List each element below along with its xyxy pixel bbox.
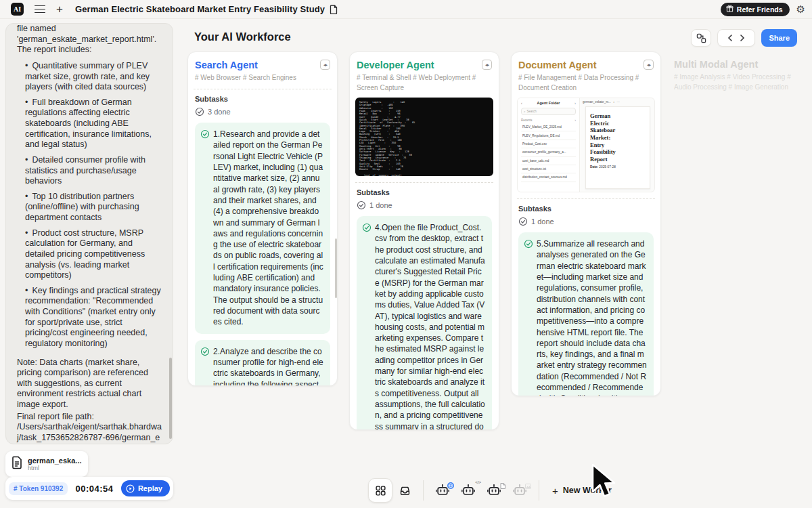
new-worker-button[interactable]: + New Worker bbox=[552, 485, 612, 496]
search-agent-dock-button[interactable] bbox=[431, 479, 454, 502]
document-viewer-panel[interactable]: german_eskate_m... ↓ ⋯ German Electric S… bbox=[580, 98, 654, 192]
card-scrollbar[interactable] bbox=[335, 238, 337, 298]
agent-card-search[interactable]: Search Agent ◂▸ # Web Browser # Search E… bbox=[187, 51, 338, 386]
file-list-item[interactable]: cost_structure.txt bbox=[521, 165, 576, 173]
grid-view-button[interactable] bbox=[368, 478, 392, 503]
file-list-item[interactable]: PLEV_Market_DE_2025.md bbox=[521, 123, 576, 131]
workflow-view-button[interactable] bbox=[691, 29, 711, 47]
chevron-right-icon: › bbox=[574, 101, 576, 105]
check-circle-icon bbox=[200, 347, 210, 356]
download-icon[interactable]: ↓ bbox=[613, 100, 614, 104]
subtask-item[interactable]: 2.Analyze and describe the consumer prof… bbox=[195, 340, 330, 386]
report-bullet: •Detailed consumer profile with statisti… bbox=[17, 155, 163, 187]
file-list-item[interactable]: consumer_profile_germany_a... bbox=[521, 148, 576, 156]
bottom-dock: </> + New Worker bbox=[368, 478, 612, 503]
agent-name: Document Agent bbox=[518, 60, 596, 70]
check-circle-icon bbox=[524, 239, 533, 249]
divider bbox=[539, 480, 539, 501]
agent-name: Search Agent bbox=[195, 60, 258, 70]
subtask-item[interactable]: 5.Summarize all research and analyses ge… bbox=[518, 232, 654, 396]
agent-tags: # Terminal & Shell # Web Deployment # Sc… bbox=[357, 72, 492, 93]
page-title: Your AI Workforce bbox=[194, 30, 291, 43]
check-circle-icon bbox=[357, 200, 366, 210]
replay-button[interactable]: Replay bbox=[121, 480, 170, 496]
report-bullet: •Full breakdown of German regulations af… bbox=[17, 98, 163, 150]
agent-tags: # File Management # Data Processing # Do… bbox=[518, 72, 654, 93]
report-bullet: •Product cost structure, MSRP calculatio… bbox=[17, 228, 163, 281]
check-circle-icon bbox=[362, 223, 371, 232]
play-circle-icon bbox=[126, 484, 135, 493]
refer-friends-label: Refer Friends bbox=[737, 5, 783, 14]
globe-badge-icon bbox=[447, 480, 454, 492]
menu-icon[interactable] bbox=[35, 5, 45, 14]
folder-section-label: Recents› bbox=[521, 119, 576, 122]
robot-icon bbox=[487, 483, 501, 498]
agent-card-developer[interactable]: Developer Agent ◂▸ # Terminal & Shell # … bbox=[349, 51, 499, 430]
expand-icon[interactable]: ◂▸ bbox=[644, 60, 654, 70]
more-icon[interactable]: ⋯ bbox=[616, 100, 620, 104]
settings-gear-icon[interactable]: ⚙ bbox=[796, 4, 805, 14]
replay-label: Replay bbox=[138, 484, 162, 492]
report-path: /Users/sarthak/eigent/sarthak.bhardwaj/t… bbox=[17, 422, 163, 444]
subtask-text: 2.Analyze and describe the consumer prof… bbox=[213, 346, 323, 386]
terminal-preview[interactable]: Safety Layers : 140 Griptape : .485 Adhe… bbox=[355, 98, 493, 176]
agent-name: Developer Agent bbox=[357, 60, 434, 70]
refer-friends-button[interactable]: Refer Friends bbox=[721, 3, 790, 16]
check-circle-icon bbox=[195, 107, 204, 117]
subtask-item[interactable]: 4.Open the file Product_Cost.csv from th… bbox=[357, 216, 492, 430]
expand-icon[interactable]: ◂▸ bbox=[320, 60, 330, 70]
divider bbox=[517, 198, 655, 199]
agent-tags: # Image Analysis # Video Processing # Au… bbox=[674, 72, 804, 92]
developer-agent-dock-button[interactable]: </> bbox=[457, 479, 480, 502]
folder-search-input[interactable]: ⌕ Search bbox=[521, 108, 576, 115]
report-path-label: Final report file path: bbox=[17, 412, 163, 423]
expand-icon[interactable]: ◂▸ bbox=[482, 60, 492, 70]
inbox-icon bbox=[399, 484, 411, 497]
done-count: 1 done bbox=[357, 200, 492, 210]
document-agent-dock-button[interactable] bbox=[482, 479, 505, 502]
subtasks-label: Subtasks bbox=[357, 188, 492, 196]
done-count: 1 done bbox=[518, 217, 654, 226]
chevron-left-icon: ‹ bbox=[521, 101, 522, 105]
sidebar-scrollbar[interactable] bbox=[169, 358, 172, 439]
chevron-right-icon[interactable] bbox=[740, 35, 745, 41]
share-button[interactable]: Share bbox=[761, 29, 797, 47]
document-tab-label[interactable]: german_eskate_m... bbox=[583, 100, 611, 104]
multimodal-agent-dock-button[interactable] bbox=[508, 479, 531, 502]
check-circle-icon bbox=[518, 217, 528, 226]
new-worker-label: New Worker bbox=[563, 486, 612, 495]
card-pager bbox=[717, 29, 755, 47]
file-list-item[interactable]: cost_base_calc.md bbox=[521, 157, 576, 165]
divider bbox=[194, 89, 332, 89]
app-logo-icon[interactable]: AI bbox=[11, 3, 24, 16]
file-list-item[interactable]: distribution_contact_sources.md bbox=[521, 173, 576, 182]
new-task-button[interactable]: + bbox=[56, 3, 63, 15]
search-icon: ⌕ bbox=[524, 110, 526, 113]
agent-folder-panel[interactable]: ‹ Agent Folder › ⌕ Search Recents› PLEV_… bbox=[518, 98, 580, 192]
file-chip-name: german_eska... bbox=[28, 457, 82, 465]
session-bar: # Token 910392 00:04:54 Replay bbox=[5, 477, 173, 500]
subtask-item[interactable]: 1.Research and provide a detailed report… bbox=[195, 123, 330, 334]
image-badge-icon bbox=[525, 480, 531, 492]
chat-sidebar[interactable]: file named 'german_eskate_market_report.… bbox=[5, 23, 173, 444]
report-bullet: •Key findings and practical strategy rec… bbox=[17, 286, 163, 350]
titlebar: AI + German Electric Skateboard Market E… bbox=[0, 0, 812, 19]
file-list-item[interactable]: PLEV_Regulations_DE.md bbox=[521, 131, 576, 140]
grid-icon bbox=[375, 485, 386, 496]
inbox-button[interactable] bbox=[392, 478, 417, 503]
subtask-text: 5.Summarize all research and analyses ge… bbox=[537, 238, 647, 396]
subtask-text: 4.Open the file Product_Cost.csv from th… bbox=[375, 222, 485, 430]
code-badge-icon: </> bbox=[475, 480, 481, 484]
chevron-left-icon[interactable] bbox=[727, 35, 733, 41]
folder-panel-title: Agent Folder bbox=[537, 101, 560, 105]
file-list-item[interactable]: Product_Cost.csv bbox=[521, 140, 576, 148]
attached-file-chip[interactable]: german_eska... html bbox=[5, 451, 88, 477]
file-icon[interactable] bbox=[330, 5, 338, 14]
report-intro-text: file named 'german_eskate_market_report.… bbox=[17, 24, 163, 56]
agent-card-document[interactable]: Document Agent ◂▸ # File Management # Da… bbox=[511, 51, 661, 396]
workforce-toolbar: Share bbox=[691, 29, 797, 47]
done-count-label: 1 done bbox=[369, 201, 392, 209]
agent-name: Multi Modal Agent bbox=[674, 59, 804, 70]
document-preview[interactable]: ‹ Agent Folder › ⌕ Search Recents› PLEV_… bbox=[517, 98, 655, 192]
done-count: 3 done bbox=[195, 107, 330, 117]
